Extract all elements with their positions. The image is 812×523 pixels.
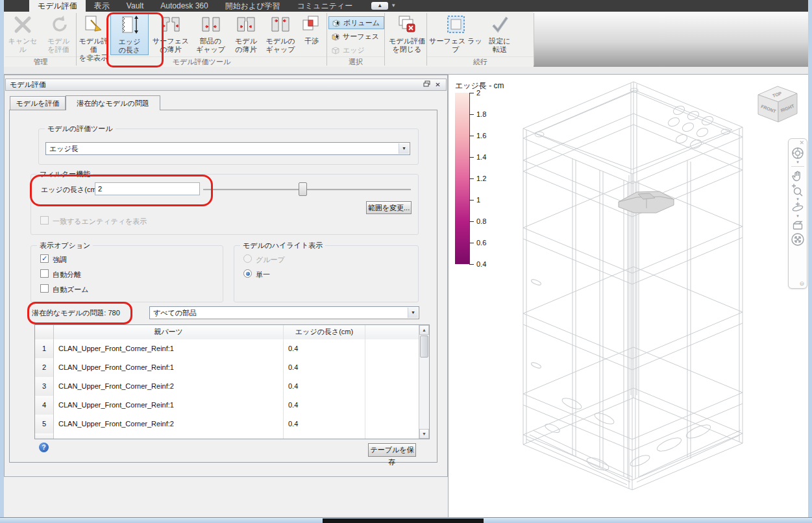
navigation-wheel-icon[interactable] xyxy=(791,146,805,160)
close-panel-icon[interactable]: ✕ xyxy=(433,80,443,89)
tab-autodesk-360[interactable]: Autodesk 360 xyxy=(152,0,216,12)
button-label: を評価 xyxy=(42,45,75,54)
change-range-button[interactable]: 範囲を変更... xyxy=(366,201,412,214)
table-header-num xyxy=(35,325,54,339)
row-filler xyxy=(365,377,420,396)
table-header-edge[interactable]: エッジの長さ(cm) xyxy=(284,325,365,339)
hide-evaluation-button[interactable]: モデル評価 を非表示 xyxy=(77,13,110,55)
group-label-select: 選択 xyxy=(327,56,384,66)
table-header-part[interactable]: 親パーツ xyxy=(54,325,284,339)
model-wireframe xyxy=(449,75,809,517)
window-border-left xyxy=(0,0,4,523)
model-gap-button[interactable]: モデルの ギャップ xyxy=(264,13,297,55)
close-evaluation-button[interactable]: モデル評価 を閉じる xyxy=(387,13,427,55)
surface-sliver-icon xyxy=(150,14,191,37)
highlight-checkbox[interactable]: ✓ xyxy=(40,254,49,263)
filter-group: フィルター機能 エッジの長さ(cm) 範囲を変更... 一致するエンティティを表… xyxy=(31,174,419,235)
parts-filter-dropdown[interactable]: すべての部品 ▼ xyxy=(149,306,419,319)
cube-edge-icon xyxy=(330,45,340,55)
table-row[interactable]: 1 CLAN_Upper_Front_Corner_Reinf:1 0.4 xyxy=(35,339,420,359)
pan-hand-icon[interactable] xyxy=(791,169,805,183)
auto-separate-checkbox[interactable] xyxy=(40,269,49,278)
table-row[interactable]: 2 CLAN_Upper_Front_Corner_Reinf:1 0.4 xyxy=(35,358,420,378)
view-cube[interactable]: TOP FRONT RIGHT xyxy=(757,83,809,135)
group-title: フィルター機能 xyxy=(37,169,93,179)
button-label: 設定に xyxy=(484,37,515,45)
surface-sliver-button[interactable]: サーフェス の薄片 xyxy=(150,13,191,55)
table-row[interactable]: 5 CLAN_Upper_Front_Corner_Reinf:2 0.4 xyxy=(35,415,420,434)
select-surface-item[interactable]: サーフェス xyxy=(328,30,384,43)
select-volume-item[interactable]: ボリューム xyxy=(328,16,384,29)
select-edge-item[interactable]: エッジ xyxy=(328,43,384,56)
show-matching-checkbox[interactable] xyxy=(40,216,49,225)
evaluation-tool-dropdown[interactable]: エッジ長 ▼ xyxy=(45,142,410,155)
close-evaluation-icon xyxy=(387,14,427,37)
scroll-down-icon[interactable]: ▼ xyxy=(419,429,429,439)
chevron-down-icon[interactable]: ▾ xyxy=(796,160,799,164)
scrollbar-thumb[interactable] xyxy=(420,335,428,358)
select-item-label: エッジ xyxy=(343,43,365,56)
transfer-to-settings-button[interactable]: 設定に 転送 xyxy=(484,13,515,55)
ribbon-bottom-strip xyxy=(4,67,808,75)
tab-evaluate-model[interactable]: モデルを評価 xyxy=(10,96,66,110)
select-item-label: サーフェス xyxy=(343,30,379,43)
part-gap-button[interactable]: 部品の ギャップ xyxy=(193,13,228,55)
look-at-icon[interactable] xyxy=(791,218,805,231)
button-label: ギャップ xyxy=(193,45,228,54)
chevron-down-icon[interactable]: ▼ xyxy=(391,0,396,12)
orbit-icon[interactable] xyxy=(791,201,805,214)
interference-button[interactable]: 干渉 xyxy=(299,13,325,55)
button-label: モデル評価 xyxy=(387,37,427,45)
zoom-icon[interactable] xyxy=(791,183,805,197)
edge-length-slider-handle[interactable] xyxy=(299,182,307,196)
button-label: を閉じる xyxy=(387,45,427,54)
row-part: CLAN_Upper_Front_Corner_Reinf:1 xyxy=(54,339,284,358)
chevron-down-icon: ▼ xyxy=(399,143,409,154)
navigation-bar: ✕ ▾ ▾ ▾ ⊖ xyxy=(788,138,807,289)
auto-zoom-checkbox[interactable] xyxy=(40,284,49,293)
button-label: サーフェス ラップ xyxy=(429,37,482,53)
zoom-all-icon[interactable] xyxy=(790,231,806,248)
button-label: 干渉 xyxy=(304,37,319,45)
scroll-up-icon[interactable]: ▲ xyxy=(419,325,429,335)
table-row[interactable]: 3 CLAN_Upper_Front_Corner_Reinf:2 0.4 xyxy=(35,377,420,396)
navbar-close-icon[interactable]: ✕ xyxy=(799,140,804,146)
table-scrollbar[interactable]: ▲ ▼ xyxy=(419,325,429,439)
hide-evaluation-broom-icon xyxy=(77,14,110,37)
dropdown-value: エッジ長 xyxy=(49,145,79,152)
edge-length-slider-track[interactable] xyxy=(203,189,411,191)
tab-view[interactable]: 表示 xyxy=(86,0,118,12)
tab-community[interactable]: コミュニティー xyxy=(289,0,362,12)
edge-length-icon xyxy=(111,14,148,38)
tab-vault[interactable]: Vault xyxy=(118,0,152,12)
graphics-view[interactable]: エッジ長 - cm 2 1.8 1.6 1.4 1.2 1 0.8 0.6 0.… xyxy=(448,75,808,517)
cancel-button[interactable]: キャンセル xyxy=(5,13,40,55)
cloud-button-icon[interactable]: ▲ xyxy=(371,2,388,10)
help-icon[interactable]: ? xyxy=(39,443,49,452)
legend-tick: 0.8 xyxy=(476,217,486,225)
legend-tick: 1.2 xyxy=(476,175,486,182)
float-panel-icon[interactable] xyxy=(422,80,432,89)
edge-length-input[interactable] xyxy=(95,182,200,195)
evaluate-model-button[interactable]: モデル を評価 xyxy=(42,13,75,55)
show-matching-label: 一致するエンティティを表示 xyxy=(53,217,147,226)
table-row[interactable]: 4 CLAN_Upper_Front_Corner_Reinf:1 0.4 xyxy=(35,396,420,415)
group-radio[interactable] xyxy=(243,254,252,263)
ribbon-tab-bar: モデル評価 表示 Vault Autodesk 360 開始および学習 コミュニ… xyxy=(4,0,808,12)
edge-length-button[interactable]: エッジ の長さ xyxy=(110,13,149,55)
button-label: モデル xyxy=(230,37,262,45)
ribbon-separator xyxy=(534,13,534,66)
tab-potential-issues[interactable]: 潜在的なモデルの問題 xyxy=(66,95,160,110)
panel-titlebar[interactable]: モデル評価 ✕ xyxy=(5,79,447,91)
navbar-minimize-icon[interactable]: ⊖ xyxy=(799,281,804,287)
row-number: 1 xyxy=(35,339,54,358)
single-radio[interactable] xyxy=(243,269,252,278)
navbar-divider xyxy=(791,166,804,167)
save-table-button[interactable]: テーブルを保存 xyxy=(368,443,416,457)
group-label-tools: モデル評価ツール xyxy=(77,56,326,66)
model-sliver-button[interactable]: モデル の薄片 xyxy=(230,13,262,55)
surface-wrap-button[interactable]: サーフェス ラップ xyxy=(428,13,483,55)
cube-volume-icon xyxy=(331,18,341,27)
tab-model-evaluation[interactable]: モデル評価 xyxy=(29,0,86,12)
tab-get-started[interactable]: 開始および学習 xyxy=(217,0,289,12)
